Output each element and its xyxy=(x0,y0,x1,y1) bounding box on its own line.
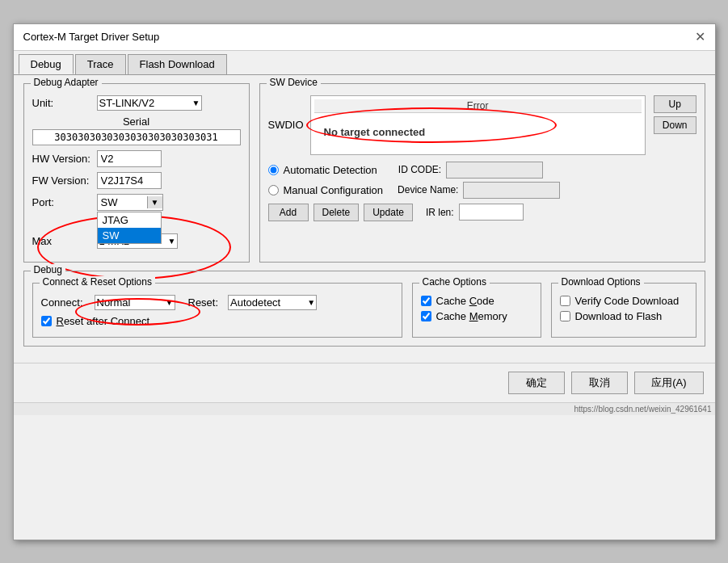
cache-memory-row: Cache Memory xyxy=(421,310,532,322)
verify-code-row: Verify Code Download xyxy=(560,295,688,307)
action-buttons: Add Delete Update IR len: xyxy=(268,204,646,221)
tab-bar: Debug Trace Flash Download xyxy=(14,51,715,75)
no-target-container: No target connected xyxy=(314,113,642,151)
hw-version-input[interactable] xyxy=(97,150,162,167)
hw-version-row: HW Version: xyxy=(32,150,241,167)
reset-after-connect-label: Reset after Connect xyxy=(57,315,150,327)
no-target-message: No target connected xyxy=(318,120,432,145)
unit-label: Unit: xyxy=(32,97,97,109)
dialog-content: Debug Adapter Unit: ST-LINK/V2 ▼ Serial … xyxy=(14,75,715,355)
connect-label: Connect: xyxy=(41,296,90,309)
connect-select-wrapper: Normal ▼ xyxy=(95,295,175,310)
download-options-label: Download Options xyxy=(558,276,644,288)
manual-config-label: Manual Configuration xyxy=(284,184,384,196)
top-section: Debug Adapter Unit: ST-LINK/V2 ▼ Serial … xyxy=(23,83,705,263)
unit-select-wrapper: ST-LINK/V2 ▼ xyxy=(97,95,202,111)
tab-flash-download[interactable]: Flash Download xyxy=(128,54,227,74)
connect-row: Connect: Normal ▼ Reset: Autodetect xyxy=(41,295,393,310)
port-option-sw[interactable]: SW xyxy=(98,228,161,243)
detection-options: Automatic Detection ID CODE: Manual Conf… xyxy=(268,162,646,199)
download-flash-row: Download to Flash xyxy=(560,310,688,322)
swdio-label: SWDIO xyxy=(268,119,304,131)
manual-config-row: Manual Configuration Device Name: xyxy=(268,182,646,199)
cache-options-group: Cache Options Cache Code Cache Memory xyxy=(412,283,541,338)
update-button[interactable]: Update xyxy=(364,204,413,221)
reset-label: Reset: xyxy=(188,296,219,309)
error-header: Error xyxy=(314,99,642,113)
sw-table-area: Error No target connected xyxy=(310,95,646,155)
tab-debug[interactable]: Debug xyxy=(19,54,74,74)
ir-len-input[interactable] xyxy=(459,204,524,221)
reset-select-wrapper: Autodetect ▼ xyxy=(228,295,317,310)
sw-device-label: SW Device xyxy=(267,77,321,88)
reset-after-connect-row: Reset after Connect xyxy=(41,315,393,327)
connect-reset-group: Connect & Reset Options Connect: Normal … xyxy=(32,283,402,338)
port-label: Port: xyxy=(32,196,97,208)
cache-code-row: Cache Code xyxy=(421,295,532,307)
move-buttons: Up Down xyxy=(654,95,696,221)
url-text: https://blog.csdn.net/weixin_42961641 xyxy=(574,405,711,414)
apply-button[interactable]: 应用(A) xyxy=(634,372,703,394)
cache-code-checkbox[interactable] xyxy=(421,296,431,306)
swdio-row: SWDIO Error No target connected xyxy=(268,95,646,155)
port-dropdown-container: SW ▼ JTAG SW xyxy=(97,194,163,211)
connect-select[interactable]: Normal xyxy=(95,295,175,310)
download-flash-checkbox[interactable] xyxy=(560,311,570,321)
port-dropdown-arrow[interactable]: ▼ xyxy=(147,196,162,208)
manual-config-radio[interactable] xyxy=(268,185,279,195)
port-option-jtag[interactable]: JTAG xyxy=(98,212,161,228)
port-dropdown-list: JTAG SW xyxy=(97,212,162,244)
cache-memory-checkbox[interactable] xyxy=(421,311,431,321)
cache-options-label: Cache Options xyxy=(419,276,490,288)
delete-button[interactable]: Delete xyxy=(314,204,360,221)
hw-version-label: HW Version: xyxy=(32,153,97,165)
sw-device-layout: SWDIO Error No target connected xyxy=(268,95,696,221)
cache-memory-label: Cache Memory xyxy=(436,310,507,322)
device-name-input[interactable] xyxy=(463,182,560,199)
port-selected: SW xyxy=(98,195,147,210)
title-bar: Cortex-M Target Driver Setup ✕ xyxy=(14,24,715,51)
move-up-button[interactable]: Up xyxy=(654,95,696,113)
sw-device-group: SW Device SWDIO Error No target connecte… xyxy=(259,83,705,263)
debug-section: Debug Connect & Reset Options Connect: N… xyxy=(23,271,705,347)
debug-adapter-group: Debug Adapter Unit: ST-LINK/V2 ▼ Serial … xyxy=(23,83,250,263)
auto-detection-row: Automatic Detection ID CODE: xyxy=(268,162,646,179)
auto-detection-radio[interactable] xyxy=(268,165,279,175)
url-bar: https://blog.csdn.net/weixin_42961641 xyxy=(14,402,715,415)
serial-value: 3030303030303030303030303031 xyxy=(32,129,241,145)
confirm-button[interactable]: 确定 xyxy=(508,372,565,394)
move-down-button[interactable]: Down xyxy=(654,116,696,134)
max-label: Max xyxy=(32,235,97,247)
dialog-title: Cortex-M Target Driver Setup xyxy=(23,31,160,43)
reset-after-connect-checkbox[interactable] xyxy=(41,316,52,326)
unit-select[interactable]: ST-LINK/V2 xyxy=(97,95,202,111)
main-dialog: Cortex-M Target Driver Setup ✕ Debug Tra… xyxy=(13,23,716,540)
reset-select[interactable]: Autodetect xyxy=(228,295,317,310)
connect-reset-label: Connect & Reset Options xyxy=(40,276,155,288)
download-flash-label: Download to Flash xyxy=(575,310,663,322)
fw-version-input[interactable] xyxy=(97,172,162,189)
sw-main: SWDIO Error No target connected xyxy=(268,95,646,221)
cancel-button[interactable]: 取消 xyxy=(571,372,628,394)
debug-inner: Connect & Reset Options Connect: Normal … xyxy=(32,283,696,338)
close-button[interactable]: ✕ xyxy=(695,31,705,44)
port-row: Port: SW ▼ JTAG SW xyxy=(32,194,241,211)
unit-row: Unit: ST-LINK/V2 ▼ xyxy=(32,95,241,111)
dialog-footer: 确定 取消 应用(A) xyxy=(14,363,715,402)
fw-version-label: FW Version: xyxy=(32,174,97,187)
debug-section-label: Debug xyxy=(31,264,65,275)
debug-adapter-label: Debug Adapter xyxy=(31,77,102,88)
fw-version-row: FW Version: xyxy=(32,172,241,189)
device-name-label: Device Name: xyxy=(398,184,458,195)
add-button[interactable]: Add xyxy=(268,204,309,221)
serial-label: Serial xyxy=(32,116,241,128)
download-options-group: Download Options Verify Code Download Do… xyxy=(551,283,696,338)
id-code-input[interactable] xyxy=(446,162,543,179)
auto-detection-label: Automatic Detection xyxy=(284,164,377,176)
id-code-label: ID CODE: xyxy=(398,164,441,175)
ir-len-label: IR len: xyxy=(426,207,454,218)
cache-code-label: Cache Code xyxy=(436,295,494,307)
verify-code-checkbox[interactable] xyxy=(560,296,570,306)
tab-trace[interactable]: Trace xyxy=(75,54,126,74)
serial-section: Serial 3030303030303030303030303031 xyxy=(32,116,241,145)
